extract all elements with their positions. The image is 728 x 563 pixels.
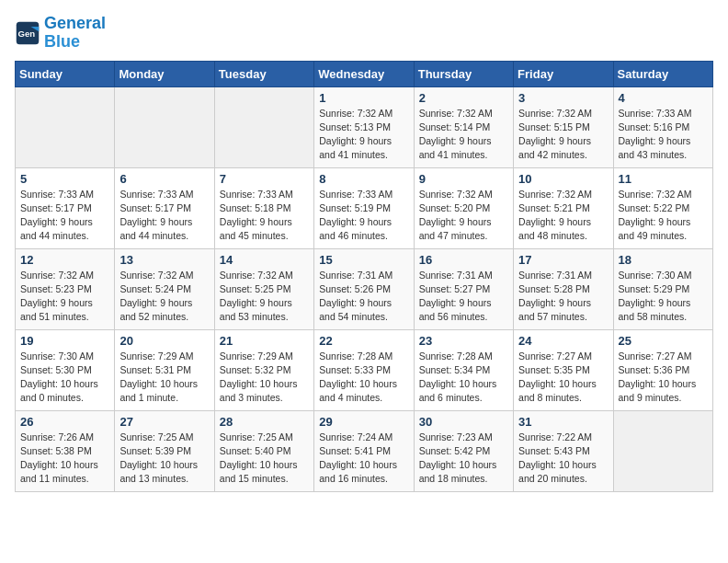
calendar-cell: 30Sunrise: 7:23 AMSunset: 5:42 PMDayligh… bbox=[414, 410, 513, 491]
cell-sun-info: Sunrise: 7:25 AMSunset: 5:40 PMDaylight:… bbox=[220, 431, 309, 487]
day-number: 25 bbox=[619, 334, 708, 348]
calendar-cell bbox=[115, 86, 214, 167]
day-number: 5 bbox=[20, 172, 109, 186]
calendar-cell: 18Sunrise: 7:30 AMSunset: 5:29 PMDayligh… bbox=[613, 248, 712, 329]
cell-sun-info: Sunrise: 7:30 AMSunset: 5:29 PMDaylight:… bbox=[619, 269, 708, 325]
cell-sun-info: Sunrise: 7:23 AMSunset: 5:42 PMDaylight:… bbox=[419, 431, 508, 487]
calendar-cell: 25Sunrise: 7:27 AMSunset: 5:36 PMDayligh… bbox=[613, 329, 712, 410]
day-number: 15 bbox=[319, 253, 408, 267]
weekday-header-monday: Monday bbox=[115, 61, 214, 86]
day-number: 8 bbox=[319, 172, 408, 186]
calendar-cell: 7Sunrise: 7:33 AMSunset: 5:18 PMDaylight… bbox=[214, 167, 313, 248]
calendar-table: SundayMondayTuesdayWednesdayThursdayFrid… bbox=[15, 61, 713, 492]
cell-sun-info: Sunrise: 7:33 AMSunset: 5:16 PMDaylight:… bbox=[619, 107, 708, 163]
calendar-cell: 29Sunrise: 7:24 AMSunset: 5:41 PMDayligh… bbox=[314, 410, 414, 491]
logo: Gen GeneralBlue bbox=[15, 15, 106, 52]
calendar-cell: 14Sunrise: 7:32 AMSunset: 5:25 PMDayligh… bbox=[214, 248, 313, 329]
cell-sun-info: Sunrise: 7:32 AMSunset: 5:13 PMDaylight:… bbox=[319, 107, 408, 163]
cell-sun-info: Sunrise: 7:32 AMSunset: 5:15 PMDaylight:… bbox=[518, 107, 608, 163]
cell-sun-info: Sunrise: 7:32 AMSunset: 5:22 PMDaylight:… bbox=[619, 188, 708, 244]
weekday-header-friday: Friday bbox=[514, 61, 613, 86]
weekday-header-thursday: Thursday bbox=[414, 61, 513, 86]
calendar-cell: 10Sunrise: 7:32 AMSunset: 5:21 PMDayligh… bbox=[514, 167, 613, 248]
day-number: 21 bbox=[220, 334, 309, 348]
day-number: 26 bbox=[20, 415, 109, 429]
calendar-cell: 6Sunrise: 7:33 AMSunset: 5:17 PMDaylight… bbox=[115, 167, 214, 248]
day-number: 27 bbox=[119, 415, 209, 429]
cell-sun-info: Sunrise: 7:33 AMSunset: 5:17 PMDaylight:… bbox=[20, 188, 109, 244]
calendar-cell: 8Sunrise: 7:33 AMSunset: 5:19 PMDaylight… bbox=[314, 167, 414, 248]
day-number: 18 bbox=[619, 253, 708, 267]
cell-sun-info: Sunrise: 7:32 AMSunset: 5:24 PMDaylight:… bbox=[119, 269, 209, 325]
calendar-cell: 24Sunrise: 7:27 AMSunset: 5:35 PMDayligh… bbox=[514, 329, 613, 410]
cell-sun-info: Sunrise: 7:24 AMSunset: 5:41 PMDaylight:… bbox=[319, 431, 408, 487]
weekday-header-tuesday: Tuesday bbox=[214, 61, 313, 86]
calendar-header: Gen GeneralBlue bbox=[15, 15, 713, 52]
weekday-header-wednesday: Wednesday bbox=[314, 61, 414, 86]
day-number: 12 bbox=[20, 253, 109, 267]
cell-sun-info: Sunrise: 7:33 AMSunset: 5:18 PMDaylight:… bbox=[220, 188, 309, 244]
svg-text:Gen: Gen bbox=[18, 28, 36, 38]
day-number: 17 bbox=[518, 253, 608, 267]
day-number: 29 bbox=[319, 415, 408, 429]
day-number: 11 bbox=[619, 172, 708, 186]
calendar-cell: 16Sunrise: 7:31 AMSunset: 5:27 PMDayligh… bbox=[414, 248, 513, 329]
day-number: 7 bbox=[220, 172, 309, 186]
day-number: 2 bbox=[419, 91, 508, 105]
calendar-cell: 23Sunrise: 7:28 AMSunset: 5:34 PMDayligh… bbox=[414, 329, 513, 410]
calendar-cell: 26Sunrise: 7:26 AMSunset: 5:38 PMDayligh… bbox=[16, 410, 115, 491]
day-number: 3 bbox=[518, 91, 608, 105]
cell-sun-info: Sunrise: 7:31 AMSunset: 5:27 PMDaylight:… bbox=[419, 269, 508, 325]
calendar-cell: 5Sunrise: 7:33 AMSunset: 5:17 PMDaylight… bbox=[16, 167, 115, 248]
day-number: 31 bbox=[518, 415, 608, 429]
calendar-week-row: 19Sunrise: 7:30 AMSunset: 5:30 PMDayligh… bbox=[16, 329, 713, 410]
day-number: 16 bbox=[419, 253, 508, 267]
day-number: 13 bbox=[119, 253, 209, 267]
calendar-cell: 13Sunrise: 7:32 AMSunset: 5:24 PMDayligh… bbox=[115, 248, 214, 329]
calendar-cell: 15Sunrise: 7:31 AMSunset: 5:26 PMDayligh… bbox=[314, 248, 414, 329]
calendar-cell: 22Sunrise: 7:28 AMSunset: 5:33 PMDayligh… bbox=[314, 329, 414, 410]
day-number: 10 bbox=[518, 172, 608, 186]
day-number: 22 bbox=[319, 334, 408, 348]
cell-sun-info: Sunrise: 7:32 AMSunset: 5:21 PMDaylight:… bbox=[518, 188, 608, 244]
day-number: 23 bbox=[419, 334, 508, 348]
calendar-cell: 27Sunrise: 7:25 AMSunset: 5:39 PMDayligh… bbox=[115, 410, 214, 491]
calendar-cell: 12Sunrise: 7:32 AMSunset: 5:23 PMDayligh… bbox=[16, 248, 115, 329]
cell-sun-info: Sunrise: 7:32 AMSunset: 5:23 PMDaylight:… bbox=[20, 269, 109, 325]
logo-text: GeneralBlue bbox=[44, 15, 106, 52]
cell-sun-info: Sunrise: 7:25 AMSunset: 5:39 PMDaylight:… bbox=[119, 431, 209, 487]
cell-sun-info: Sunrise: 7:29 AMSunset: 5:32 PMDaylight:… bbox=[220, 350, 309, 406]
calendar-cell bbox=[613, 410, 712, 491]
calendar-cell: 28Sunrise: 7:25 AMSunset: 5:40 PMDayligh… bbox=[214, 410, 313, 491]
calendar-week-row: 26Sunrise: 7:26 AMSunset: 5:38 PMDayligh… bbox=[16, 410, 713, 491]
calendar-cell: 4Sunrise: 7:33 AMSunset: 5:16 PMDaylight… bbox=[613, 86, 712, 167]
day-number: 24 bbox=[518, 334, 608, 348]
day-number: 9 bbox=[419, 172, 508, 186]
calendar-cell: 3Sunrise: 7:32 AMSunset: 5:15 PMDaylight… bbox=[514, 86, 613, 167]
calendar-cell: 20Sunrise: 7:29 AMSunset: 5:31 PMDayligh… bbox=[115, 329, 214, 410]
cell-sun-info: Sunrise: 7:31 AMSunset: 5:26 PMDaylight:… bbox=[319, 269, 408, 325]
calendar-cell: 21Sunrise: 7:29 AMSunset: 5:32 PMDayligh… bbox=[214, 329, 313, 410]
cell-sun-info: Sunrise: 7:32 AMSunset: 5:14 PMDaylight:… bbox=[419, 107, 508, 163]
logo-icon: Gen bbox=[15, 20, 40, 46]
cell-sun-info: Sunrise: 7:27 AMSunset: 5:36 PMDaylight:… bbox=[619, 350, 708, 406]
day-number: 14 bbox=[220, 253, 309, 267]
cell-sun-info: Sunrise: 7:32 AMSunset: 5:20 PMDaylight:… bbox=[419, 188, 508, 244]
cell-sun-info: Sunrise: 7:28 AMSunset: 5:33 PMDaylight:… bbox=[319, 350, 408, 406]
day-number: 19 bbox=[20, 334, 109, 348]
calendar-cell: 19Sunrise: 7:30 AMSunset: 5:30 PMDayligh… bbox=[16, 329, 115, 410]
calendar-week-row: 12Sunrise: 7:32 AMSunset: 5:23 PMDayligh… bbox=[16, 248, 713, 329]
day-number: 4 bbox=[619, 91, 708, 105]
calendar-cell bbox=[214, 86, 313, 167]
cell-sun-info: Sunrise: 7:22 AMSunset: 5:43 PMDaylight:… bbox=[518, 431, 608, 487]
calendar-cell: 11Sunrise: 7:32 AMSunset: 5:22 PMDayligh… bbox=[613, 167, 712, 248]
cell-sun-info: Sunrise: 7:29 AMSunset: 5:31 PMDaylight:… bbox=[119, 350, 209, 406]
cell-sun-info: Sunrise: 7:32 AMSunset: 5:25 PMDaylight:… bbox=[220, 269, 309, 325]
weekday-header-saturday: Saturday bbox=[613, 61, 712, 86]
day-number: 20 bbox=[119, 334, 209, 348]
day-number: 6 bbox=[119, 172, 209, 186]
weekday-header-sunday: Sunday bbox=[16, 61, 115, 86]
cell-sun-info: Sunrise: 7:26 AMSunset: 5:38 PMDaylight:… bbox=[20, 431, 109, 487]
calendar-cell: 2Sunrise: 7:32 AMSunset: 5:14 PMDaylight… bbox=[414, 86, 513, 167]
cell-sun-info: Sunrise: 7:30 AMSunset: 5:30 PMDaylight:… bbox=[20, 350, 109, 406]
